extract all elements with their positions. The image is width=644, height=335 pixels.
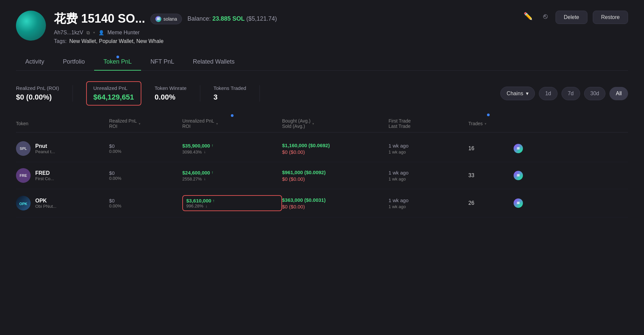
token-avatar-opk: OPK — [16, 196, 31, 210]
token-avatar-pnut: SPL — [16, 141, 31, 156]
svg-text:OPK: OPK — [19, 202, 27, 206]
dot-separator: • — [93, 30, 95, 36]
tab-activity[interactable]: Activity — [16, 54, 54, 71]
table-row: SPL Pnut Peanut t... $0 0.00% $35,900,00… — [16, 135, 628, 162]
sort-icon-unrealized: ▾ — [216, 122, 218, 126]
tokens-traded-value: 3 — [214, 93, 246, 102]
restore-button[interactable]: Restore — [593, 11, 628, 24]
realized-pnl-pnut: $0 0.00% — [109, 143, 182, 154]
chain-badge[interactable]: solana — [150, 14, 182, 24]
tabs-container: Activity Portfolio Token PnL NFT PnL Rel… — [16, 54, 628, 71]
wallet-address: Ah7S...1kzV — [54, 30, 83, 36]
trades-blue-dot — [487, 114, 490, 116]
tab-portfolio[interactable]: Portfolio — [54, 54, 94, 71]
chain-icon-pnut — [508, 144, 528, 153]
token-cell-opk: OPK OPK Obi PNut... — [16, 196, 109, 210]
bought-cell-pnut: $1,160,000 ($0.0692) $0 ($0.00) — [282, 143, 389, 155]
th-token: Token — [16, 118, 109, 129]
time-btn-30d[interactable]: 30d — [584, 87, 606, 100]
realized-pnl-value: $0 (0.00%) — [16, 93, 59, 102]
person-icon: 👤 — [98, 30, 104, 35]
token-winrate-stat: Token Winrate 0.00% — [155, 85, 200, 102]
chains-dropdown[interactable]: Chains ▾ — [500, 87, 535, 100]
copy-icon[interactable]: ⧉ — [86, 30, 90, 36]
token-cell-fred: FRE FRED First Co... — [16, 168, 109, 183]
chain-icon-opk — [508, 198, 528, 208]
tags-value: New Wallet, Popular Wallet, New Whale — [69, 38, 163, 44]
token-info-fred: FRED First Co... — [35, 170, 54, 181]
trades-fred: 33 — [468, 172, 508, 178]
solana-icon — [155, 16, 161, 22]
realized-pnl-fred: $0 0.00% — [109, 170, 182, 181]
token-sub-opk: Obi PNut... — [35, 204, 57, 209]
realized-pnl-label: Realized PnL (ROI) — [16, 85, 59, 91]
tab-nft-pnl[interactable]: NFT PnL — [141, 54, 184, 71]
token-sub-fred: First Co... — [35, 176, 54, 181]
tab-token-pnl[interactable]: Token PnL — [94, 54, 141, 71]
token-avatar-fred: FRE — [16, 168, 31, 183]
unrealized-pnl-opk: $3,610,000 ↑ 996.28% ↓ — [182, 195, 282, 211]
tag-group: Tags: New Wallet, Popular Wallet, New Wh… — [54, 38, 513, 44]
th-unrealized-pnl[interactable]: Unrealized PnL ROI ▾ — [182, 118, 282, 129]
token-cell-pnut: SPL Pnut Peanut t... — [16, 141, 109, 156]
delete-button[interactable]: Delete — [556, 11, 587, 24]
balance-text: Balance: 23.885 SOL ($5,121.74) — [187, 15, 277, 22]
wallet-title-row: 花费 15140 SO... — [54, 11, 513, 27]
unrealized-pnl-stat: Unrealized PnL $64,129,651 — [86, 81, 141, 106]
balance-usd: ($5,121.74) — [246, 15, 277, 22]
trades-opk: 26 — [468, 200, 508, 206]
solana-chain-icon-opk — [514, 198, 523, 208]
edit-button[interactable]: ✏️ — [521, 11, 535, 22]
tokens-traded-label: Tokens Traded — [214, 85, 246, 91]
token-name-fred: FRED — [35, 170, 54, 176]
th-realized-pnl[interactable]: Realized PnL ROI ▾ — [109, 118, 182, 129]
unrealized-pnl-value: $64,129,651 — [93, 93, 134, 102]
th-chain — [508, 118, 528, 129]
chains-chevron: ▾ — [526, 90, 529, 97]
stats-row: Realized PnL (ROI) $0 (0.00%) Unrealized… — [16, 81, 628, 106]
wallet-category: Meme Hunter — [107, 30, 140, 36]
share-button[interactable]: ⎋ — [541, 11, 550, 22]
opk-highlight-box: $3,610,000 ↑ 996.28% ↓ — [182, 195, 282, 211]
bought-cell-fred: $961,000 ($0.0092) $0 ($0.00) — [282, 169, 389, 182]
filters-right: Chains ▾ 1d 7d 30d All — [500, 87, 628, 100]
token-name-pnut: Pnut — [35, 143, 55, 149]
table-header: Token Realized PnL ROI ▾ Unrealized PnL … — [16, 115, 628, 133]
unrealized-pnl-label: Unrealized PnL — [93, 85, 134, 91]
solana-chain-icon-fred — [514, 171, 523, 180]
chain-icon-fred — [508, 171, 528, 180]
bought-cell-opk: $363,000 ($0.0031) $0 ($0.00) — [282, 197, 389, 209]
th-bought[interactable]: Bought (Avg.) Sold (Avg.) ▾ — [282, 118, 389, 129]
time-btn-all[interactable]: All — [609, 87, 628, 100]
sort-icon-realized: ▾ — [139, 122, 140, 126]
chains-label: Chains — [507, 91, 523, 97]
tokens-traded-stat: Tokens Traded 3 — [214, 85, 260, 102]
realized-pnl-opk: $0 0.00% — [109, 198, 182, 208]
token-name-opk: OPK — [35, 198, 57, 204]
time-btn-7d[interactable]: 7d — [562, 87, 580, 100]
tab-related-wallets[interactable]: Related Wallets — [184, 54, 244, 71]
first-trade-fred: 1 wk ago 1 wk ago — [389, 170, 468, 181]
token-winrate-value: 0.00% — [155, 93, 187, 102]
wallet-header: 花费 15140 SO... — [16, 11, 628, 44]
tab-dot — [116, 56, 119, 58]
first-trade-pnut: 1 wk ago 1 wk ago — [389, 143, 468, 155]
token-info-pnut: Pnut Peanut t... — [35, 143, 55, 154]
first-trade-opk: 1 wk ago 1 wk ago — [389, 197, 468, 209]
realized-pnl-stat: Realized PnL (ROI) $0 (0.00%) — [16, 85, 73, 102]
header-actions: ✏️ ⎋ Delete Restore — [521, 11, 628, 24]
trades-pnut: 16 — [468, 146, 508, 152]
table-row: FRE FRED First Co... $0 0.00% $24,600,00… — [16, 162, 628, 189]
token-info-opk: OPK Obi PNut... — [35, 198, 57, 209]
table-row: OPK OPK Obi PNut... $0 0.00% $3,610,000 … — [16, 189, 628, 217]
wallet-avatar — [16, 11, 46, 41]
solana-chain-icon — [514, 144, 523, 153]
time-btn-1d[interactable]: 1d — [539, 87, 558, 100]
th-first-trade: First Trade Last Trade — [389, 118, 468, 129]
sort-icon-trades: ▾ — [485, 122, 486, 126]
unrealized-pnl-fred: $24,600,000 ↑ 2558.27% ↓ — [182, 170, 282, 181]
th-trades[interactable]: Trades ▾ — [468, 118, 508, 129]
unrealized-pnl-pnut: $35,900,000 ↑ 3098.43% ↓ — [182, 143, 282, 155]
sort-icon-bought: ▾ — [312, 122, 314, 126]
unrealized-blue-dot — [231, 114, 234, 117]
